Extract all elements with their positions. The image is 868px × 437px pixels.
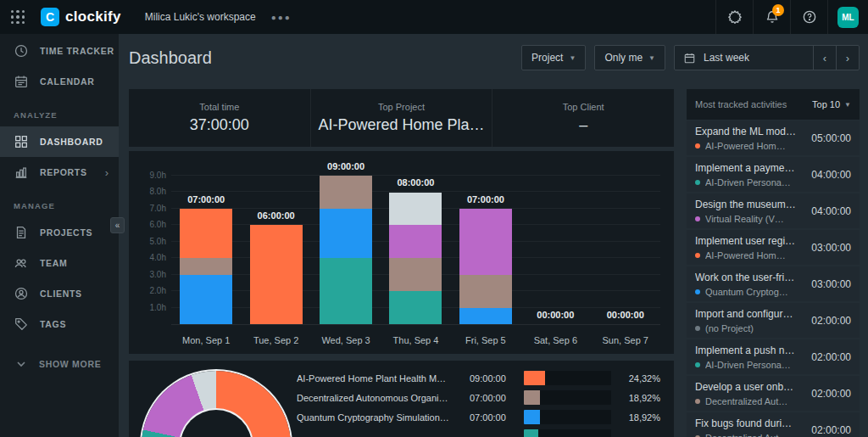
workspace-switcher[interactable]: Milica Lukic's workspace [145,11,256,23]
bar-stack[interactable] [180,209,232,324]
project-breakdown-card: AI-Powered Home Plant Health M…09:00:002… [129,361,674,437]
sidebar-item-dashboard[interactable]: DASHBOARD [0,126,119,157]
activity-row[interactable]: Import and configur…(no Project)02:00:00 [687,303,860,338]
bar-segment-gray[interactable] [389,193,442,226]
activity-project-name: AI-Driven Persona… [705,360,791,370]
brand-name: clockify [65,8,121,25]
y-tick-label: 6.0h [134,220,166,229]
project-filter-button[interactable]: Project ▼ [521,45,586,70]
bar-segment-brown[interactable] [180,258,232,274]
activity-row[interactable]: Fix bugs found duri…Decentralized Aut…02… [687,412,860,437]
legend-bar-fill [524,410,540,424]
activity-task: Implement a payme… [695,162,800,174]
activity-row[interactable]: Implement user regi…AI-Powered Hom…03:00… [687,230,860,265]
page-title: Dashboard [129,48,212,68]
notifications-icon[interactable]: 1 [753,0,790,34]
bar-segment-brown[interactable] [389,258,442,291]
next-period-button[interactable]: › [836,46,859,70]
bar-segment-purple[interactable] [459,209,512,275]
sidebar-item-team[interactable]: TEAM [0,248,119,278]
sidebar-item-time-tracker[interactable]: TIME TRACKER [0,36,119,66]
project-dot [695,362,700,367]
activity-time: 02:00:00 [811,315,851,327]
project-dot [695,216,700,221]
tag-icon [14,317,29,332]
activity-task: Implement a push n… [695,345,800,356]
activity-task: Fix bugs found duri… [695,417,800,429]
sidebar-item-tags[interactable]: TAGS [0,309,119,339]
bar-stack[interactable] [250,225,303,324]
sidebar-item-projects[interactable]: PROJECTS [0,217,119,248]
notification-badge: 1 [772,4,784,16]
help-icon[interactable] [790,0,827,34]
activity-project-name: Decentralized Aut… [705,433,787,437]
x-axis-label: Tue, Sep 2 [241,335,310,345]
donut-chart[interactable] [142,371,291,437]
bar-stack[interactable] [320,176,372,324]
whats-new-icon[interactable] [715,0,753,34]
donut-hole [181,410,252,437]
project-dot [695,399,700,404]
activity-row[interactable]: Implement a payme…AI-Driven Persona…04:0… [687,157,860,192]
legend-percent: 18,92% [611,412,660,423]
bar-value-label: 08:00:00 [381,177,450,188]
y-tick-label: 3.0h [134,270,166,279]
activity-row[interactable]: Implement a push n…AI-Driven Persona…02:… [687,339,860,374]
bar-segment-teal[interactable] [320,258,372,324]
top-project-value: AI-Powered Home Pla… [318,116,484,134]
bar-column: 07:00:00Fri, Sep 5 [451,176,520,324]
bar-stack[interactable] [459,209,512,324]
bar-segment-teal[interactable] [389,291,442,324]
legend-time: 09:00:00 [470,373,524,384]
activity-row[interactable]: Work on the user-fri…Quantum Cryptog…03:… [687,266,860,301]
activity-project-name: Virtual Reality (V… [705,214,784,224]
bar-segment-brown[interactable] [459,275,512,308]
bar-segment-blue[interactable] [320,209,372,258]
bar-value-label: 00:00:00 [591,310,660,320]
top-project-stat: Top Project AI-Powered Home Pla… [310,89,492,147]
legend-bar [524,429,611,437]
activity-row[interactable]: Expand the ML mod…AI-Powered Hom…05:00:0… [687,120,860,155]
bar-segment-brown[interactable] [320,176,372,209]
date-range-picker[interactable]: Last week ‹ › [674,45,860,70]
apps-grid-icon[interactable] [11,10,25,24]
activity-row[interactable]: Design the museum…Virtual Reality (V…04:… [687,193,860,228]
bar-segment-blue[interactable] [459,308,512,324]
bar-column: 00:00:00Sun, Sep 7 [591,176,660,324]
sidebar-collapse-button[interactable]: « [110,217,125,233]
y-tick-label: 9.0h [134,171,166,180]
sidebar-item-reports[interactable]: REPORTS › [0,157,119,188]
top-n-dropdown[interactable]: Top 10 ▼ [812,99,851,109]
project-dot [695,180,700,185]
legend-bar-fill [524,429,538,437]
bar-stack[interactable] [389,193,442,325]
prev-period-button[interactable]: ‹ [813,46,836,70]
sidebar-section-manage: MANAGE [0,188,119,217]
bar-value-label: 09:00:00 [311,161,381,171]
sidebar-item-calendar[interactable]: CALENDAR [0,66,119,97]
bar-segment-orange[interactable] [250,225,303,324]
activity-time: 03:00:00 [811,242,851,254]
sidebar-show-more[interactable]: SHOW MORE [0,358,119,370]
activity-project-name: (no Project) [705,323,754,333]
y-tick-label: 4.0h [134,253,166,262]
bar-column: 06:00:00Tue, Sep 2 [241,176,310,324]
legend-row: AI-Powered Home Plant Health M…09:00:002… [297,368,660,388]
grid-line [171,175,660,176]
activity-project-name: Decentralized Aut… [705,396,787,406]
bar-segment-orange[interactable] [180,209,232,258]
bar-segment-blue[interactable] [180,275,232,324]
activity-row[interactable]: Develop a user onb…Decentralized Aut…02:… [687,376,860,411]
user-filter-button[interactable]: Only me ▼ [594,45,665,70]
clockify-logo[interactable]: C clockify [41,8,121,26]
user-avatar[interactable]: ML [837,7,859,28]
main-content: Dashboard Project ▼ Only me ▼ Last week … [119,34,868,437]
project-dot [695,143,700,148]
legend-bar [524,410,611,424]
bar-segment-purple[interactable] [389,225,442,258]
workspace-more-icon[interactable]: ●●● [271,13,292,22]
document-icon [14,225,29,240]
legend-project-name: Quantum Cryptography Simulation… [297,412,470,423]
bar-value-label: 07:00:00 [171,194,241,204]
sidebar-item-clients[interactable]: CLIENTS [0,278,119,309]
